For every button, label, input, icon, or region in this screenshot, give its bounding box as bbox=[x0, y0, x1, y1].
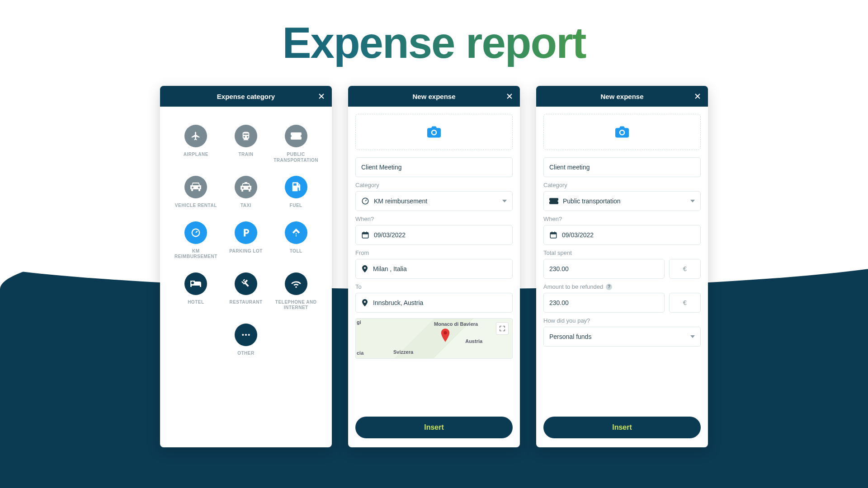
category-label: TELEPHONE AND INTERNET bbox=[273, 300, 319, 311]
when-label: When? bbox=[355, 216, 513, 222]
expense-name-value: Client meeting bbox=[549, 164, 590, 171]
from-value: Milan , Italia bbox=[373, 265, 407, 272]
route-map[interactable]: Monaco di Baviera Austria Svizzera cia g… bbox=[355, 318, 513, 359]
category-item-dots[interactable]: OTHER bbox=[223, 324, 269, 357]
date-input[interactable]: 09/03/2022 bbox=[543, 225, 701, 245]
panel-body: Client Meeting Category KM reimbursement… bbox=[348, 107, 520, 408]
from-label: From bbox=[355, 249, 513, 256]
photo-upload[interactable] bbox=[355, 114, 513, 150]
parking-icon bbox=[235, 221, 257, 244]
total-value: 230.00 bbox=[549, 265, 569, 272]
category-item-car[interactable]: VEHICLE RENTAL bbox=[173, 176, 219, 209]
date-value: 09/03/2022 bbox=[374, 231, 406, 239]
car-icon bbox=[184, 176, 207, 198]
category-item-train[interactable]: TRAIN bbox=[223, 125, 269, 163]
close-icon[interactable] bbox=[693, 92, 702, 100]
category-label: Category bbox=[543, 182, 701, 188]
category-item-taxi[interactable]: TAXI bbox=[223, 176, 269, 209]
category-select[interactable]: Public transportation bbox=[543, 191, 701, 211]
currency-value: € bbox=[683, 299, 687, 306]
map-label-edge: cia bbox=[357, 350, 363, 356]
page-title: Expense report bbox=[0, 18, 868, 68]
pin-icon bbox=[361, 265, 368, 273]
svg-rect-7 bbox=[363, 232, 364, 234]
insert-label: Insert bbox=[424, 423, 444, 432]
close-icon[interactable] bbox=[505, 92, 514, 100]
category-label: AIRPLANE bbox=[184, 152, 208, 158]
category-item-gauge[interactable]: KM REIMBURSEMENT bbox=[173, 221, 219, 260]
expense-name-input[interactable]: Client Meeting bbox=[355, 157, 513, 177]
insert-button[interactable]: Insert bbox=[543, 417, 701, 438]
total-input[interactable]: 230.00 bbox=[543, 259, 665, 279]
close-icon[interactable] bbox=[317, 92, 326, 100]
category-item-airplane[interactable]: AIRPLANE bbox=[173, 125, 219, 163]
to-input[interactable]: Innsbruck, Austria bbox=[355, 293, 513, 313]
gauge-icon bbox=[361, 197, 369, 205]
ticket-icon bbox=[285, 125, 307, 147]
fuel-icon bbox=[285, 176, 307, 198]
chevron-down-icon bbox=[690, 200, 695, 202]
refund-value: 230.00 bbox=[549, 299, 569, 306]
camera-icon bbox=[615, 126, 629, 138]
currency-value: € bbox=[683, 265, 687, 272]
help-icon[interactable]: ? bbox=[606, 284, 612, 290]
expense-name-input[interactable]: Client meeting bbox=[543, 157, 701, 177]
category-item-fuel[interactable]: FUEL bbox=[273, 176, 319, 209]
category-item-road[interactable]: TOLL bbox=[273, 221, 319, 260]
map-pin-icon bbox=[440, 328, 450, 342]
category-item-wifi[interactable]: TELEPHONE AND INTERNET bbox=[273, 272, 319, 311]
category-label: TAXI bbox=[241, 203, 251, 209]
panel-new-expense-km: New expense Client Meeting Category KM r… bbox=[348, 86, 520, 447]
svg-point-2 bbox=[245, 333, 247, 335]
svg-rect-13 bbox=[554, 232, 555, 234]
category-select[interactable]: KM reimbursement bbox=[355, 191, 513, 211]
category-value: KM reimbursement bbox=[374, 197, 427, 205]
panel-title: New expense bbox=[412, 93, 455, 100]
panel-new-expense-public: New expense Client meeting Category Publ… bbox=[536, 86, 708, 447]
taxi-icon bbox=[235, 176, 257, 198]
panel-body: AIRPLANE TRAIN PUBLIC TRANSPORTATION VEH… bbox=[160, 107, 332, 447]
calendar-icon bbox=[549, 231, 557, 239]
pay-label: How did you pay? bbox=[543, 317, 701, 324]
refund-input[interactable]: 230.00 bbox=[543, 293, 665, 313]
category-item-utensils[interactable]: RESTAURANT bbox=[223, 272, 269, 311]
category-item-ticket[interactable]: PUBLIC TRANSPORTATION bbox=[273, 125, 319, 163]
calendar-icon bbox=[361, 231, 369, 239]
pay-select[interactable]: Personal funds bbox=[543, 327, 701, 347]
category-label: HOTEL bbox=[188, 300, 204, 305]
date-input[interactable]: 09/03/2022 bbox=[355, 225, 513, 245]
category-label: RESTAURANT bbox=[229, 300, 262, 305]
category-label: TRAIN bbox=[238, 152, 253, 158]
airplane-icon bbox=[184, 125, 207, 147]
category-label: Category bbox=[355, 182, 513, 188]
photo-upload[interactable] bbox=[543, 114, 701, 150]
to-value: Innsbruck, Austria bbox=[373, 299, 423, 306]
map-expand-button[interactable] bbox=[496, 322, 509, 335]
refund-label: Amount to be refunded ? bbox=[543, 283, 701, 290]
gauge-icon bbox=[184, 221, 207, 244]
when-label: When? bbox=[543, 216, 701, 222]
chevron-down-icon bbox=[690, 335, 695, 338]
road-icon bbox=[285, 221, 307, 244]
expand-icon bbox=[499, 325, 505, 332]
utensils-icon bbox=[235, 272, 257, 295]
insert-button[interactable]: Insert bbox=[355, 417, 513, 438]
currency-select[interactable]: € bbox=[669, 293, 701, 313]
svg-point-3 bbox=[248, 333, 250, 335]
svg-point-9 bbox=[443, 331, 447, 334]
panel-title: New expense bbox=[600, 93, 643, 100]
camera-icon bbox=[427, 126, 441, 138]
panel-header: New expense bbox=[536, 86, 708, 107]
category-item-bed[interactable]: HOTEL bbox=[173, 272, 219, 311]
dots-icon bbox=[235, 324, 257, 346]
currency-select[interactable]: € bbox=[669, 259, 701, 279]
category-item-parking[interactable]: PARKING LOT bbox=[223, 221, 269, 260]
map-label: Monaco di Baviera bbox=[434, 321, 478, 327]
bed-icon bbox=[184, 272, 207, 295]
map-label: Austria bbox=[465, 338, 482, 344]
from-input[interactable]: Milan , Italia bbox=[355, 259, 513, 279]
svg-rect-8 bbox=[366, 232, 367, 234]
panel-header: Expense category bbox=[160, 86, 332, 107]
wifi-icon bbox=[285, 272, 307, 295]
panel-title: Expense category bbox=[217, 93, 275, 100]
